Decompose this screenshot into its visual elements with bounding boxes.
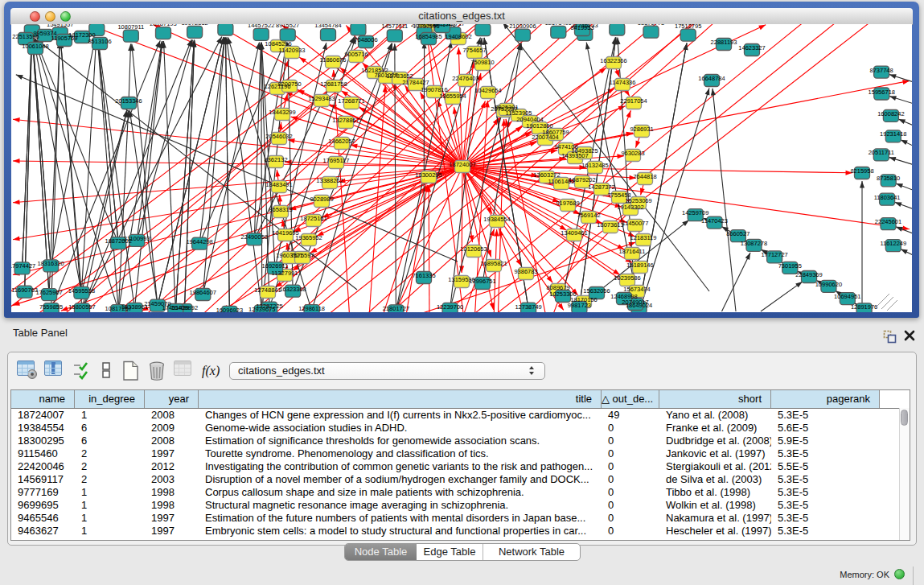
delete-table-button[interactable] <box>174 360 195 381</box>
svg-text:7509810: 7509810 <box>470 59 494 66</box>
svg-text:20153346: 20153346 <box>115 97 142 105</box>
svg-text:13388262: 13388262 <box>316 177 343 184</box>
svg-text:12239700: 12239700 <box>437 303 463 311</box>
table-cell: 2 <box>75 460 145 473</box>
svg-text:18655954: 18655954 <box>439 93 466 100</box>
table-cell: Structural magnetic resonance image aver… <box>199 499 602 512</box>
table-chooser-select[interactable]: citations_edges.txt <box>229 362 545 380</box>
svg-text:17625907: 17625907 <box>35 289 62 296</box>
function-builder-button[interactable]: f(x) <box>202 360 224 381</box>
svg-text:19384554: 19384554 <box>483 216 510 223</box>
float-panel-icon[interactable] <box>883 330 897 344</box>
column-header-pagerank[interactable]: pagerank <box>771 390 880 408</box>
table-cell: 2008 <box>145 409 199 422</box>
svg-text:16854985: 16854985 <box>415 33 441 40</box>
row-height-button[interactable] <box>97 360 117 381</box>
svg-text:16648784: 16648784 <box>698 75 725 82</box>
svg-text:13002686: 13002686 <box>18 24 45 25</box>
network-canvas[interactable]: 1872400710845296114209331262119682007501… <box>11 24 912 312</box>
svg-text:13087278: 13087278 <box>741 240 767 247</box>
tab-node-table[interactable]: Node Table <box>345 544 417 560</box>
svg-text:14662057: 14662057 <box>328 138 355 145</box>
checkmarks-icon <box>72 360 92 380</box>
table-row[interactable]: 969969511998Structural magnetic resonanc… <box>11 499 910 512</box>
svg-text:14595538: 14595538 <box>68 287 95 295</box>
column-header-title[interactable]: title <box>199 390 602 408</box>
svg-text:18443299: 18443299 <box>269 109 295 116</box>
svg-text:10253306: 10253306 <box>549 290 576 298</box>
svg-text:13409461: 13409461 <box>561 229 587 237</box>
svg-text:11470423: 11470423 <box>701 217 728 225</box>
svg-text:16926911: 16926911 <box>262 262 289 270</box>
table-row[interactable]: 1830029562008Estimation of significance … <box>11 435 910 447</box>
svg-text:12939675: 12939675 <box>248 306 275 312</box>
table-mode-button[interactable] <box>17 360 38 381</box>
svg-text:19408602: 19408602 <box>445 33 471 40</box>
table-cell: 19384554 <box>11 422 75 435</box>
table-cell: 1 <box>75 512 145 525</box>
table-cell: 18724007 <box>11 409 75 422</box>
column-header-short[interactable]: short <box>659 390 771 408</box>
svg-text:12681758: 12681758 <box>320 80 347 88</box>
table-row[interactable]: 2242004622012Investigating the contribut… <box>11 460 910 473</box>
svg-text:18724007: 18724007 <box>449 161 475 168</box>
table-row[interactable]: 1456911722003Disruption of a novel membe… <box>11 473 910 486</box>
svg-text:15189146: 15189146 <box>626 262 653 269</box>
svg-text:8362132: 8362132 <box>264 156 287 163</box>
memory-ok-icon[interactable] <box>894 569 905 579</box>
svg-text:18316320: 18316320 <box>37 260 64 267</box>
column-header-name[interactable]: name <box>11 390 75 408</box>
svg-text:12671490: 12671490 <box>545 24 572 27</box>
tab-network-table[interactable]: Network Table <box>483 544 580 560</box>
column-header-in_degree[interactable]: in_degree <box>75 390 145 408</box>
table-cell: 2 <box>75 473 145 486</box>
table-cell: Stergiakouli et al. (2012) <box>659 460 771 473</box>
table-row[interactable]: 977716911998Corpus callosum shape and si… <box>11 486 910 499</box>
table-row[interactable]: 1938455462009Genome-wide association stu… <box>11 422 910 435</box>
table-cell: 0 <box>602 447 659 460</box>
svg-text:7754657: 7754657 <box>462 47 486 54</box>
svg-text:22490058: 22490058 <box>241 233 268 241</box>
citation-network-graph: 1872400710845296114209331262119682007501… <box>11 24 912 312</box>
table-cell: Dudbridge et al. (2008) <box>659 435 771 447</box>
svg-text:7644818: 7644818 <box>633 173 656 180</box>
table-row[interactable]: 1872400712008Changes of HCN gene express… <box>11 409 910 422</box>
table-cell: 5.3E-5 <box>771 499 880 512</box>
svg-text:19231418: 19231418 <box>880 130 906 138</box>
table-cell: Estimation of the future numbers of pati… <box>199 512 602 525</box>
svg-text:18716411: 18716411 <box>619 248 646 255</box>
tab-edge-table[interactable]: Edge Table <box>417 544 483 560</box>
table-row[interactable]: 911546021997Tourette syndrome. Phenomeno… <box>11 447 910 460</box>
window-titlebar[interactable]: citations_edges.txt <box>10 8 913 25</box>
svg-text:17512795: 17512795 <box>675 24 701 30</box>
window-title: citations_edges.txt <box>10 10 913 22</box>
svg-text:12891976: 12891976 <box>851 303 877 311</box>
vertical-scrollbar[interactable] <box>899 408 910 540</box>
table-cell: Jankovic et al. (1997) <box>659 447 771 460</box>
svg-text:16132485: 16132485 <box>581 162 608 169</box>
svg-text:17268771: 17268771 <box>338 97 364 105</box>
show-columns-button[interactable] <box>44 360 65 381</box>
status-divider <box>913 566 914 585</box>
svg-text:10429654: 10429654 <box>474 87 501 94</box>
table-cell: 5.3E-5 <box>771 512 880 525</box>
svg-text:7161335: 7161335 <box>412 272 435 279</box>
column-header-year[interactable]: year <box>145 390 199 408</box>
svg-text:16096923: 16096923 <box>216 307 243 312</box>
svg-text:8513106: 8513106 <box>88 38 111 45</box>
svg-text:16008242: 16008242 <box>877 110 904 117</box>
table-row[interactable]: 946362711997Embryonic stem cells: a mode… <box>11 525 910 538</box>
svg-text:11327991: 11327991 <box>272 270 298 277</box>
table-cell: Disruption of a novel member of a sodium… <box>199 473 602 486</box>
close-panel-icon[interactable] <box>903 329 916 342</box>
column-header-out_de[interactable]: △ out_de... <box>602 390 659 408</box>
svg-text:14623327: 14623327 <box>738 44 765 51</box>
svg-text:7569142: 7569142 <box>577 212 600 219</box>
table-row[interactable]: 946554611997Estimation of the future num… <box>11 512 910 525</box>
table-cell: 0 <box>602 473 659 486</box>
select-columns-button[interactable] <box>72 360 93 381</box>
scrollbar-thumb[interactable] <box>901 410 908 426</box>
create-column-button[interactable] <box>120 360 141 381</box>
delete-column-button[interactable] <box>146 360 167 381</box>
table-cell: Tibbo et al. (1998) <box>659 486 771 499</box>
